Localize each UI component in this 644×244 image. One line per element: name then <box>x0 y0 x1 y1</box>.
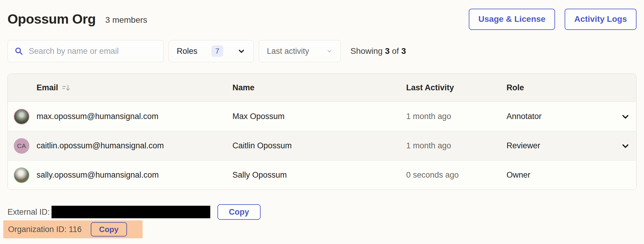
avatar <box>14 167 29 183</box>
table-row[interactable]: max.opossum@humansignal.com Max Opossum … <box>8 102 636 131</box>
roles-count-badge: 7 <box>211 45 223 57</box>
email-cell: CA caitlin.opossum@humansignal.com <box>14 138 232 154</box>
external-id-row: External ID: Copy <box>7 204 637 220</box>
organization-id-label: Organization ID: 116 <box>8 225 82 234</box>
roles-filter-label: Roles <box>177 47 197 56</box>
organization-id-copy-button[interactable]: Copy <box>91 222 127 237</box>
members-count: 3 members <box>105 15 147 25</box>
organization-page: Opossum Org 3 members Usage & License Ac… <box>0 0 644 238</box>
column-header-role[interactable]: Role <box>507 83 609 92</box>
avatar <box>14 109 29 124</box>
search-icon <box>14 47 23 56</box>
toolbar: Roles 7 Last activity Showing 3 of 3 <box>7 40 637 62</box>
email-cell: sally.opossum@humansignal.com <box>14 167 232 183</box>
member-role: Owner <box>507 170 609 180</box>
chevron-down-icon[interactable] <box>621 141 630 151</box>
usage-license-button[interactable]: Usage & License <box>469 9 555 30</box>
external-id-redacted-value <box>52 206 210 218</box>
activity-logs-button[interactable]: Activity Logs <box>565 9 637 30</box>
showing-connector: of <box>392 46 399 56</box>
member-email: max.opossum@humansignal.com <box>37 112 158 121</box>
column-header-email-label: Email <box>37 83 58 92</box>
member-email: sally.opossum@humansignal.com <box>37 170 159 180</box>
member-last-activity: 0 seconds ago <box>406 170 507 180</box>
external-id-copy-button[interactable]: Copy <box>217 204 261 220</box>
chevron-down-icon <box>326 48 332 54</box>
roles-filter-dropdown[interactable]: Roles 7 <box>169 40 254 62</box>
chevron-down-icon <box>237 47 246 55</box>
organization-id-highlight: Organization ID: 116 Copy <box>3 220 143 238</box>
showing-prefix: Showing <box>350 46 383 56</box>
column-header-name[interactable]: Name <box>232 83 406 92</box>
table-row[interactable]: sally.opossum@humansignal.com Sally Opos… <box>8 160 636 190</box>
external-id-label: External ID: <box>7 208 50 217</box>
sort-icon[interactable] <box>62 84 71 92</box>
page-header: Opossum Org 3 members Usage & License Ac… <box>7 8 637 30</box>
member-name: Caitlin Opossum <box>232 141 406 150</box>
email-cell: max.opossum@humansignal.com <box>14 109 232 124</box>
last-activity-filter-label: Last activity <box>267 47 309 56</box>
member-role: Annotator <box>507 112 609 121</box>
showing-count-text: Showing 3 of 3 <box>350 46 406 56</box>
member-email: caitlin.opossum@humansignal.com <box>37 141 164 150</box>
table-header-row: Email Name Last Activity Role <box>8 74 636 102</box>
member-name: Sally Opossum <box>232 170 406 180</box>
showing-total-count: 3 <box>401 46 406 56</box>
header-buttons: Usage & License Activity Logs <box>469 9 637 30</box>
member-last-activity: 1 month ago <box>406 141 507 150</box>
table-row[interactable]: CA caitlin.opossum@humansignal.com Caitl… <box>8 131 636 160</box>
members-table: Email Name Last Activity Role max.opossu… <box>7 74 637 190</box>
showing-shown-count: 3 <box>385 46 390 56</box>
column-header-last-activity[interactable]: Last Activity <box>406 83 507 92</box>
last-activity-filter-dropdown[interactable]: Last activity <box>259 40 341 62</box>
search-box[interactable] <box>7 40 164 62</box>
member-name: Max Opossum <box>232 112 406 121</box>
column-header-email[interactable]: Email <box>14 83 232 92</box>
member-role: Reviewer <box>507 141 609 150</box>
search-input[interactable] <box>29 47 157 56</box>
avatar: CA <box>14 138 29 154</box>
member-last-activity: 1 month ago <box>406 112 507 121</box>
page-title: Opossum Org <box>7 11 96 27</box>
chevron-down-icon[interactable] <box>621 112 630 121</box>
table-body: max.opossum@humansignal.com Max Opossum … <box>8 102 636 190</box>
